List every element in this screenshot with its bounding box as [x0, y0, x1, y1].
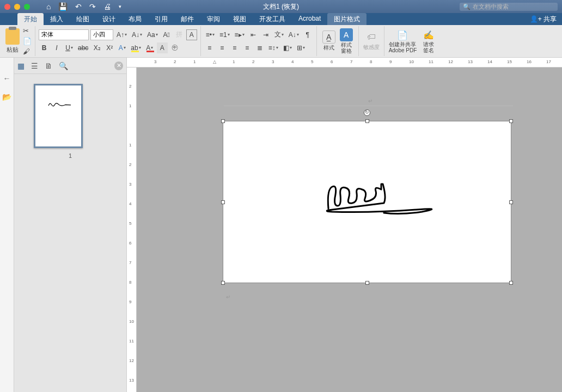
align-right-button[interactable]: ≡	[229, 42, 240, 53]
tab-mail[interactable]: 邮件	[174, 13, 200, 25]
vertical-ruler[interactable]: 21 12 34 56 78 910 1112 13	[127, 68, 137, 392]
document-canvas[interactable]: ↵ ↵	[137, 68, 562, 392]
sensitivity-button[interactable]: 🏷 敏感度	[363, 31, 380, 51]
resize-handle-nw[interactable]	[221, 119, 225, 123]
align-left-button[interactable]: ≡	[204, 42, 215, 53]
tab-acrobat[interactable]: Acrobat	[292, 13, 327, 25]
ribbon-tabs: 开始 插入 绘图 设计 布局 引用 邮件 审阅 视图 开发工具 Acrobat …	[0, 13, 562, 25]
tab-insert[interactable]: 插入	[44, 13, 70, 25]
left-sidebar: ← 📂	[0, 58, 14, 392]
enclose-characters-button[interactable]: ㊥	[169, 42, 180, 53]
italic-button[interactable]: I	[51, 42, 62, 53]
subscript-button[interactable]: X₂	[91, 42, 102, 53]
tab-view[interactable]: 视图	[227, 13, 253, 25]
font-name-input[interactable]	[39, 29, 89, 40]
paragraph-mark-2: ↵	[226, 294, 230, 300]
title-bar: ⌂ 💾 ↶ ↷ 🖨 ▾ 文档1 (恢复) 🔍	[0, 0, 562, 13]
maximize-window-button[interactable]	[24, 4, 30, 10]
align-center-button[interactable]: ≡	[217, 42, 228, 53]
home-icon[interactable]: ⌂	[46, 2, 51, 11]
multilevel-list-button[interactable]: ≡▸	[233, 29, 246, 40]
font-size-input[interactable]	[90, 29, 113, 40]
redo-icon[interactable]: ↷	[89, 2, 96, 11]
underline-button[interactable]: U	[64, 42, 75, 53]
rotate-handle[interactable]	[364, 109, 370, 116]
text-effects-button[interactable]: A	[117, 42, 127, 53]
tab-draw[interactable]: 绘图	[70, 13, 96, 25]
tab-layout[interactable]: 布局	[122, 13, 148, 25]
print-icon[interactable]: 🖨	[103, 2, 111, 11]
font-group: A↑ A↓ Aa A⃠ 拼 A B I U abc X₂ X² A ab A A…	[35, 26, 201, 56]
search-box[interactable]: 🔍	[460, 3, 558, 11]
tab-developer[interactable]: 开发工具	[253, 13, 292, 25]
line-spacing-button[interactable]: ≡↕	[267, 42, 280, 53]
search-input[interactable]	[473, 3, 554, 10]
customize-qat-icon[interactable]: ▾	[119, 4, 121, 9]
create-pdf-button[interactable]: 📄 创建并共享 Adobe PDF	[389, 29, 417, 53]
undo-icon[interactable]: ↶	[75, 2, 82, 11]
styles-pane-button[interactable]: A 样式 窗格	[340, 28, 353, 54]
highlight-color-button[interactable]: ab	[129, 42, 142, 53]
navigation-panel: ▦ ☰ 🗎 🔍 ✕ 1	[14, 58, 127, 392]
tab-start[interactable]: 开始	[17, 13, 44, 25]
request-signature-button[interactable]: ✍ 请求 签名	[422, 29, 435, 53]
nav-thumbnails-icon[interactable]: ▦	[17, 62, 25, 70]
phonetic-guide-button[interactable]: 拼	[174, 29, 185, 40]
tab-references[interactable]: 引用	[148, 13, 174, 25]
show-marks-button[interactable]: ¶	[302, 29, 313, 40]
share-button[interactable]: 👤+ 共享	[524, 13, 562, 25]
nav-outline-icon[interactable]: ☰	[31, 62, 38, 70]
character-shading-button[interactable]: A	[157, 42, 168, 53]
resize-handle-se[interactable]	[509, 281, 513, 285]
sidebar-folder-icon[interactable]: 📂	[2, 93, 11, 101]
sidebar-back-icon[interactable]: ←	[3, 74, 11, 83]
tab-design[interactable]: 设计	[96, 13, 122, 25]
tab-review[interactable]: 审阅	[200, 13, 227, 25]
decrease-font-button[interactable]: A↓	[130, 29, 144, 40]
resize-handle-w[interactable]	[221, 200, 225, 204]
resize-handle-ne[interactable]	[509, 119, 513, 123]
resize-handle-e[interactable]	[509, 200, 513, 204]
thumbnail-signature-preview	[46, 99, 74, 112]
borders-button[interactable]: ⊞	[295, 42, 307, 53]
sort-button[interactable]: A↓	[287, 29, 301, 40]
numbering-button[interactable]: ≡1	[218, 29, 231, 40]
editor-area: 32 1△ 12 34 56 78 910 1112 1314 1516 17 …	[127, 58, 562, 392]
bold-button[interactable]: B	[39, 42, 50, 53]
minimize-window-button[interactable]	[14, 4, 20, 10]
format-painter-icon[interactable]: 🖌	[23, 47, 32, 56]
resize-handle-s[interactable]	[365, 281, 369, 285]
selected-image[interactable]	[223, 121, 511, 283]
font-color-button[interactable]: A	[144, 42, 155, 53]
shading-button[interactable]: ◧	[282, 42, 294, 53]
styles-gallery-button[interactable]: A̲ 样式	[322, 30, 335, 52]
increase-indent-button[interactable]: ⇥	[260, 29, 271, 40]
asian-layout-button[interactable]: 文	[273, 29, 285, 40]
strikethrough-button[interactable]: abc	[76, 42, 90, 53]
resize-handle-sw[interactable]	[221, 281, 225, 285]
page-thumbnail[interactable]	[34, 84, 83, 148]
cut-icon[interactable]: ✂	[23, 27, 32, 35]
decrease-indent-button[interactable]: ⇤	[248, 29, 259, 40]
increase-font-button[interactable]: A↑	[115, 29, 129, 40]
distribute-button[interactable]: ≣	[254, 42, 265, 53]
superscript-button[interactable]: X²	[104, 42, 115, 53]
bullets-button[interactable]: ≡•	[204, 29, 216, 40]
resize-handle-n[interactable]	[365, 119, 369, 123]
clipboard-group: 粘贴 ✂ 📄 🖌	[2, 26, 35, 56]
quick-access-toolbar: ⌂ 💾 ↶ ↷ 🖨 ▾	[46, 2, 121, 11]
character-border-button[interactable]: A	[186, 29, 197, 40]
justify-button[interactable]: ≡	[242, 42, 253, 53]
change-case-button[interactable]: Aa	[145, 29, 160, 40]
nav-close-button[interactable]: ✕	[114, 62, 123, 70]
clear-formatting-button[interactable]: A⃠	[161, 29, 172, 40]
nav-results-icon[interactable]: 🗎	[45, 62, 52, 70]
tab-picture-format[interactable]: 图片格式	[327, 13, 366, 25]
save-icon[interactable]: 💾	[58, 2, 68, 11]
nav-find-icon[interactable]: 🔍	[59, 62, 68, 70]
paste-button[interactable]: 粘贴	[5, 28, 20, 54]
horizontal-ruler[interactable]: 32 1△ 12 34 56 78 910 1112 1314 1516 17	[127, 58, 562, 68]
copy-icon[interactable]: 📄	[23, 37, 32, 45]
close-window-button[interactable]	[4, 4, 10, 10]
pdf-icon: 📄	[396, 29, 409, 41]
